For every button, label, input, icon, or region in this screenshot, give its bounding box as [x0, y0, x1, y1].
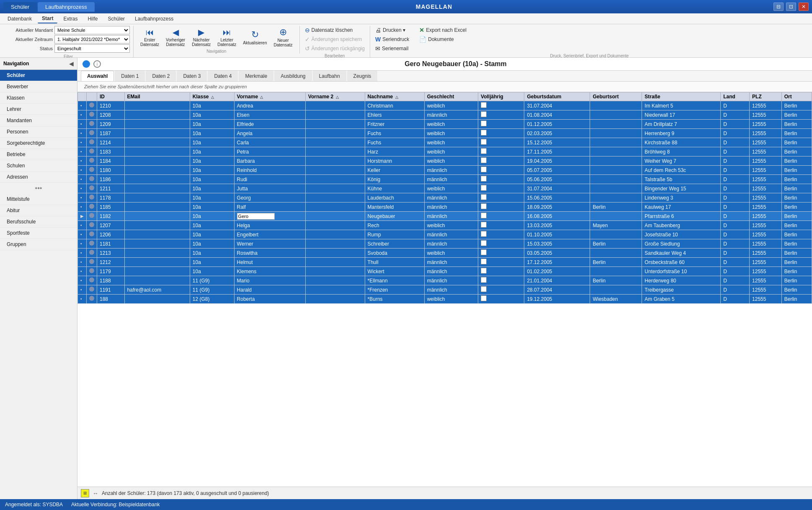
zeitraum-select[interactable]: 1. Halbjahr 2021/2022 *Demo* [54, 35, 130, 44]
table-row[interactable]: •121310aRoswithaSvobodaweiblich03.05.200… [78, 249, 812, 258]
refresh-button[interactable]: ↻ Aktualisieren [240, 28, 270, 46]
nachname-cell: Wickert [365, 267, 424, 276]
tab-merkmale[interactable]: Merkmale [239, 71, 273, 81]
sidebar-item-mandanten[interactable]: Mandanten [0, 115, 77, 126]
col-klasse[interactable]: Klasse △ [190, 92, 234, 101]
sidebar-item-schulen[interactable]: Schulen [0, 160, 77, 172]
row-indicator: • [78, 147, 87, 156]
next-record-button[interactable]: ▶ Nächster Datensatz [188, 26, 214, 48]
mandant-select[interactable]: Meine Schule [54, 26, 130, 34]
tab-auswahl[interactable]: Auswahl [81, 71, 114, 81]
sidebar-item-gruppen[interactable]: Gruppen [0, 239, 77, 250]
col-email[interactable]: EMail [124, 92, 190, 101]
export-excel-button[interactable]: ✕ Export nach Excel [418, 26, 468, 34]
menu-laufbahnprozess[interactable]: Laufbahnprozess [131, 15, 178, 23]
sidebar-item-schueler[interactable]: Schüler [0, 70, 77, 81]
seriendruck-button[interactable]: W Seriendruck [374, 35, 411, 44]
table-row[interactable]: •118310aPetraHarzweiblich17.11.2005Bröhl… [78, 147, 812, 156]
tab-daten3[interactable]: Daten 3 [177, 71, 207, 81]
sidebar-item-berufsschule[interactable]: Berufsschule [0, 216, 77, 228]
col-volljaehrig[interactable]: Volljährig [478, 92, 524, 101]
menu-datenbank[interactable]: Datenbank [3, 15, 36, 23]
menu-hilfe[interactable]: Hilfe [83, 15, 102, 23]
sidebar-item-betriebe[interactable]: Betriebe [0, 149, 77, 160]
info-button[interactable]: i [93, 60, 101, 68]
table-row[interactable]: ▶118210aNeugebauermännlich16.08.2005Pfar… [78, 212, 812, 221]
maximize-button[interactable]: ⊡ [786, 3, 796, 11]
sidebar-item-sorgeberechtigte[interactable]: Sorgeberechtigte [0, 138, 77, 149]
last-record-button[interactable]: ⏭ Letzter Datensatz [214, 27, 240, 48]
col-plz[interactable]: PLZ [750, 92, 782, 101]
sidebar-item-lehrer[interactable]: Lehrer [0, 104, 77, 115]
serienemail-button[interactable]: ✉ Serienemail [374, 44, 411, 53]
table-row[interactable]: •18812 (G8)Roberta*Burnsweiblich19.12.20… [78, 295, 812, 304]
tab-zeugnis[interactable]: Zeugnis [347, 71, 378, 81]
col-vorname[interactable]: Vorname △ [234, 92, 305, 101]
table-row[interactable]: •121410aCarlaFuchsweiblich15.12.2005Kirc… [78, 138, 812, 147]
table-row[interactable]: •118710aAngelaFuchsweiblich02.03.2005Her… [78, 129, 812, 138]
first-record-button[interactable]: ⏮ Erster Datensatz [137, 27, 162, 48]
drucken-button[interactable]: 🖨 Drucken ▾ [374, 26, 411, 34]
col-vorname2[interactable]: Vorname 2 △ [305, 92, 365, 101]
minimize-button[interactable]: ⊟ [773, 3, 784, 11]
table-row[interactable]: •121010aAndreaChristmannweiblich31.07.20… [78, 101, 812, 110]
table-row[interactable]: •1191hafre@aol.com11 (G9)Harald*Frenzenm… [78, 285, 812, 295]
status-select[interactable]: Eingeschult [54, 44, 130, 53]
table-row[interactable]: •117810aGeorgLauderbachmännlich15.06.200… [78, 193, 812, 202]
sidebar-item-mittelstufe[interactable]: Mittelstufe [0, 194, 77, 205]
table-row[interactable]: •121210aHelmutThullmännlich17.12.2005Ber… [78, 258, 812, 267]
new-record-button[interactable]: ⊕ Neuer Datensatz [271, 26, 296, 48]
table-row[interactable]: •120710aHelgaRechweiblich13.03.2005Mayen… [78, 221, 812, 230]
col-geburtsort[interactable]: Geburtsort [590, 92, 642, 101]
col-land[interactable]: Land [721, 92, 750, 101]
sidebar-item-sportfeste[interactable]: Sportfeste [0, 228, 77, 239]
col-id[interactable]: ID [97, 92, 125, 101]
col-geschlecht[interactable]: Geschlecht [424, 92, 478, 101]
sidebar-item-adressen[interactable]: Adressen [0, 172, 77, 183]
menu-schueler[interactable]: Schüler [103, 15, 129, 23]
sidebar-collapse-button[interactable]: ◀ [69, 60, 74, 67]
vorname-cell: Elsen [234, 110, 305, 120]
strasse-cell: Am Graben 5 [642, 295, 721, 304]
table-row[interactable]: •120610aEngelbertRumpmännlich01.10.2005J… [78, 230, 812, 239]
tab-ausbildung[interactable]: Ausbildung [274, 71, 312, 81]
menu-extras[interactable]: Extras [59, 15, 82, 23]
table-row[interactable]: •121110aJuttaKühneweiblich31.07.2004Bing… [78, 184, 812, 193]
tab-daten1[interactable]: Daten 1 [115, 71, 145, 81]
table-container[interactable]: Ziehen Sie eine Spaltenüberschrift hierh… [77, 82, 812, 487]
col-nachname[interactable]: Nachname △ [365, 92, 424, 101]
tab-daten4[interactable]: Daten 4 [208, 71, 238, 81]
table-row[interactable]: •117910aKlemensWickertmännlich01.02.2005… [78, 267, 812, 276]
prev-record-button[interactable]: ◀ Vorheriger Datensatz [162, 26, 188, 48]
row-indicator: • [78, 239, 87, 249]
col-geburtsdatum[interactable]: Geburtsdatum [524, 92, 590, 101]
dokumente-button[interactable]: 📄 Dokumente [418, 35, 468, 44]
window-controls: ⊟ ⊡ ✕ [773, 3, 809, 11]
strasse-cell: Herrenberg 9 [642, 129, 721, 138]
email-cell: hafre@aol.com [124, 285, 190, 295]
sidebar-item-personen[interactable]: Personen [0, 126, 77, 138]
sidebar-item-bewerber[interactable]: Bewerber [0, 81, 77, 92]
table-row[interactable]: •118811 (G9)Mario*Ellmannmännlich21.01.2… [78, 276, 812, 285]
table-row[interactable]: •118610aRudiKönigmännlich05.06.2005Talst… [78, 175, 812, 184]
sidebar-item-abitur[interactable]: Abitur [0, 205, 77, 216]
row-indicator: • [78, 285, 87, 295]
delete-record-button[interactable]: ⊖ Datensatz löschen [303, 26, 366, 34]
table-row[interactable]: •118110aWernerSchreibermännlich15.03.200… [78, 239, 812, 249]
menu-start[interactable]: Start [38, 14, 57, 23]
col-ort[interactable]: Ort [781, 92, 812, 101]
titlebar-tab-laufbahnprozess[interactable]: Laufbahnprozess [38, 2, 95, 12]
table-row[interactable]: •118010aReinholdKellermännlich05.07.2005… [78, 166, 812, 175]
tab-daten2[interactable]: Daten 2 [146, 71, 176, 81]
table-row[interactable]: •120910aElfriedeFritznerweiblich01.12.20… [78, 120, 812, 129]
table-row[interactable]: •118410aBarbaraHorstmannweiblich19.04.20… [78, 156, 812, 166]
sidebar-item-klassen[interactable]: Klassen [0, 92, 77, 104]
vorname-input[interactable] [237, 213, 275, 220]
close-button[interactable]: ✕ [799, 3, 809, 11]
table-row[interactable]: •118510aRalfMantersfeldmännlich18.09.200… [78, 202, 812, 212]
titlebar-tab-schueler[interactable]: Schüler [3, 2, 37, 12]
table-row[interactable]: •120810aElsenEhlersmännlich01.08.2004Nie… [78, 110, 812, 120]
ort-cell: Berlin [781, 221, 812, 230]
col-strasse[interactable]: Straße [642, 92, 721, 101]
tab-laufbahn[interactable]: Laufbahn [313, 71, 346, 81]
